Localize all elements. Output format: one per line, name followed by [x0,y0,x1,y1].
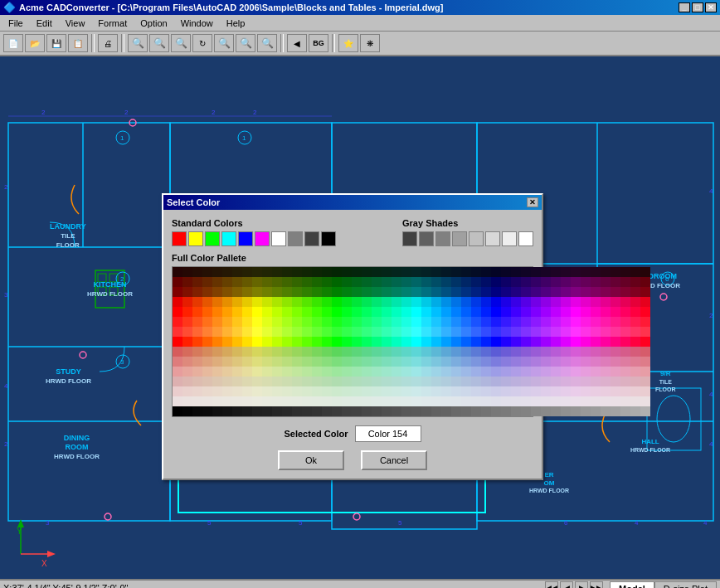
maximize-button[interactable]: □ [692,2,703,12]
palette-cell-110[interactable] [312,287,322,297]
palette-cell-233[interactable] [581,307,591,317]
palette-cell-661[interactable] [541,396,551,406]
palette-cell-542[interactable] [312,377,322,386]
palette-cell-33[interactable] [501,267,511,277]
palette-cell-30[interactable] [471,267,481,277]
palette-cell-391[interactable] [242,347,252,357]
palette-cell-614[interactable] [551,386,561,396]
palette-cell-297[interactable] [262,327,272,337]
palette-cell-395[interactable] [282,347,292,357]
palette-cell-487[interactable] [242,367,252,377]
palette-cell-85[interactable] [541,277,551,287]
palette-cell-492[interactable] [292,367,302,377]
palette-cell-533[interactable] [222,377,232,386]
palette-cell-228[interactable] [531,307,541,317]
palette-cell-222[interactable] [471,307,481,317]
palette-cell-59[interactable] [282,277,292,287]
dialog-close-button[interactable]: ✕ [527,197,538,207]
toolbar-zoom4[interactable]: 🔍 [257,34,277,52]
palette-cell-68[interactable] [372,277,382,287]
palette-cell-252[interactable] [292,317,302,327]
palette-cell-90[interactable] [591,277,601,287]
palette-cell-317[interactable] [461,327,471,337]
palette-cell-258[interactable] [352,317,362,327]
palette-cell-669[interactable] [620,396,630,406]
palette-cell-469[interactable] [541,357,551,367]
palette-cell-141[interactable] [620,287,630,297]
palette-cell-690[interactable] [352,406,362,416]
palette-cell-622[interactable] [630,386,640,396]
palette-cell-46[interactable] [630,267,640,277]
palette-cell-632[interactable] [252,396,262,406]
palette-cell-47[interactable] [640,267,650,277]
toolbar-print[interactable]: 🖨 [98,34,118,52]
palette-cell-145[interactable] [182,297,192,307]
palette-cell-442[interactable] [272,357,282,367]
palette-cell-181[interactable] [541,297,551,307]
palette-cell-656[interactable] [491,396,501,406]
palette-cell-195[interactable] [202,307,212,317]
palette-cell-74[interactable] [431,277,441,287]
palette-cell-426[interactable] [591,347,601,357]
palette-cell-263[interactable] [401,317,411,327]
palette-cell-397[interactable] [302,347,312,357]
palette-cell-494[interactable] [312,367,322,377]
palette-cell-652[interactable] [451,396,461,406]
palette-cell-458[interactable] [431,357,441,367]
palette-cell-200[interactable] [252,307,262,317]
palette-cell-42[interactable] [591,267,601,277]
palette-cell-175[interactable] [481,297,491,307]
palette-cell-346[interactable] [272,337,282,347]
palette-cell-711[interactable] [561,406,571,416]
palette-cell-121[interactable] [421,287,431,297]
palette-cell-159[interactable] [322,297,332,307]
palette-cell-156[interactable] [292,297,302,307]
palette-cell-205[interactable] [302,307,312,317]
palette-cell-528[interactable] [173,377,182,386]
palette-cell-142[interactable] [630,287,640,297]
palette-cell-73[interactable] [421,277,431,287]
palette-cell-399[interactable] [322,347,332,357]
palette-cell-31[interactable] [481,267,491,277]
std-color-green[interactable] [205,231,220,246]
palette-cell-235[interactable] [601,307,611,317]
palette-cell-58[interactable] [272,277,282,287]
palette-cell-445[interactable] [302,357,312,367]
palette-cell-432[interactable] [173,357,182,367]
palette-cell-672[interactable] [173,406,182,416]
palette-cell-173[interactable] [461,297,471,307]
palette-cell-3[interactable] [202,267,212,277]
palette-cell-465[interactable] [501,357,511,367]
palette-cell-688[interactable] [332,406,342,416]
palette-cell-714[interactable] [591,406,601,416]
palette-cell-148[interactable] [212,297,222,307]
palette-cell-604[interactable] [451,386,461,396]
palette-cell-650[interactable] [431,396,441,406]
palette-cell-511[interactable] [481,367,491,377]
palette-cell-207[interactable] [322,307,332,317]
palette-cell-50[interactable] [192,277,202,287]
palette-cell-226[interactable] [511,307,521,317]
palette-cell-116[interactable] [372,287,382,297]
palette-cell-255[interactable] [322,317,332,327]
palette-cell-280[interactable] [571,317,581,327]
palette-cell-286[interactable] [630,317,640,327]
palette-cell-525[interactable] [620,367,630,377]
palette-cell-23[interactable] [401,267,411,277]
palette-cell-48[interactable] [173,277,182,287]
palette-cell-193[interactable] [182,307,192,317]
palette-cell-562[interactable] [511,377,521,386]
palette-cell-157[interactable] [302,297,312,307]
palette-cell-109[interactable] [302,287,312,297]
palette-cell-323[interactable] [521,327,531,337]
palette-cell-403[interactable] [362,347,372,357]
palette-cell-447[interactable] [322,357,332,367]
palette-cell-699[interactable] [441,406,451,416]
palette-cell-144[interactable] [173,297,182,307]
palette-cell-367[interactable] [481,337,491,347]
palette-cell-43[interactable] [601,267,611,277]
palette-cell-284[interactable] [611,317,620,327]
palette-cell-174[interactable] [471,297,481,307]
std-color-gray1[interactable] [288,231,303,246]
palette-cell-390[interactable] [232,347,242,357]
